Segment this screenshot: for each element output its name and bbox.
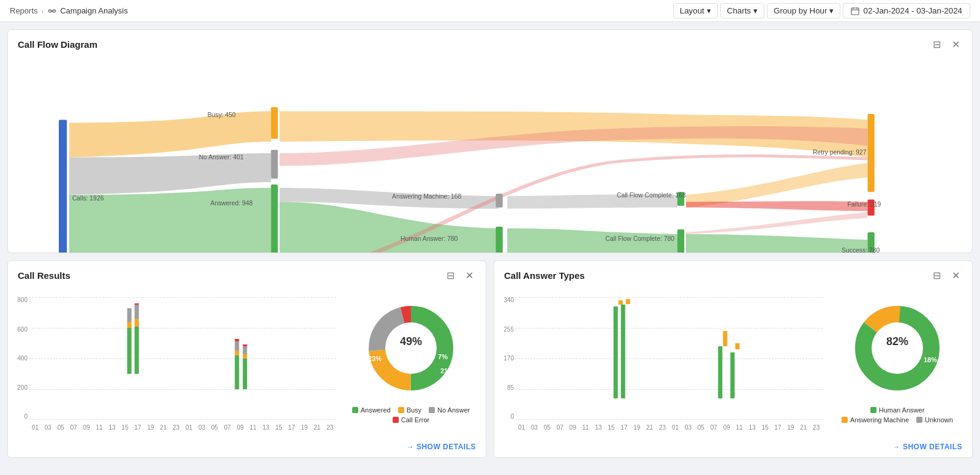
legend-dot-noanswer: [429, 407, 435, 413]
bar-busy-d1-17: [135, 319, 139, 327]
legend-noanswer: No Answer: [429, 406, 470, 414]
expand-button[interactable]: ⊟: [930, 37, 943, 51]
expand-call-answer-types[interactable]: ⊟: [930, 268, 943, 283]
call-results-donut-svg: 49%: [365, 302, 457, 394]
call-results-show-details-link[interactable]: → SHOW DETAILS: [407, 443, 476, 451]
legend-answered: Answered: [352, 406, 391, 414]
close-call-results[interactable]: ✕: [463, 268, 476, 283]
campaign-title: Campaign Analysis: [47, 6, 128, 16]
cat-bar-machine-d1-15: [619, 300, 623, 305]
legend-callerror: Call Error: [393, 416, 429, 424]
bar-noanswer-d1-15: [127, 308, 132, 322]
cat-bar-human-d1-17: [621, 305, 625, 398]
pct-callerror: 7%: [438, 353, 448, 360]
cat-bars-svg: [515, 297, 823, 420]
cat-bar-human-d2-11: [730, 352, 734, 398]
call-answer-types-title: Call Answer Types: [504, 270, 585, 281]
bar-busy-d1-15: [127, 322, 132, 328]
legend-dot-unknown: [916, 417, 922, 423]
node-human-answer: [496, 227, 502, 253]
call-flow-title: Call Flow Diagram: [18, 39, 97, 50]
label-calls: Calls: 1926: [72, 195, 104, 202]
bar-answered-d2-11: [243, 359, 247, 389]
expand-call-results[interactable]: ⊟: [444, 268, 457, 283]
reports-link[interactable]: Reports: [10, 6, 38, 15]
node-noanswer: [271, 150, 277, 178]
x-labels-call-results: 01 03 05 07 09 11 13 15 17 19 21 23 01 0…: [29, 421, 336, 433]
node-answering-machine: [496, 194, 502, 208]
pct-noanswer: 21%: [440, 367, 454, 374]
call-flow-card: Call Flow Diagram ⊟ ✕: [7, 29, 973, 253]
breadcrumb-chevron: ›: [42, 7, 44, 15]
top-navigation: Reports › Campaign Analysis Layout ▾ Cha…: [0, 0, 980, 22]
label-retry-pending: Retry pending: 927: [813, 149, 867, 156]
bar-noanswer-d1-17: [135, 305, 139, 319]
cat-bar-human-d1-15: [614, 306, 618, 398]
cat-legend: Human Answer Answering Machine Unknown: [835, 406, 960, 424]
cat-bar-machine-d2-11: [735, 343, 739, 349]
layout-button[interactable]: Layout ▾: [673, 3, 718, 18]
pct-busy: 23%: [368, 355, 382, 362]
call-answer-types-bar-area: 340 255 170 85 0: [494, 292, 825, 433]
call-results-y-labels: 800 600 400 200 0: [8, 297, 28, 420]
bar-busy-d2-11: [243, 354, 247, 359]
bar-callerror-d1-17: [135, 303, 139, 305]
group-by-button[interactable]: Group by Hour ▾: [767, 3, 840, 18]
label-cfc2: Call Flow Complete: 780: [605, 235, 674, 242]
label-failure: Failure: 219: [848, 201, 881, 208]
bar-busy-d2-09: [235, 351, 239, 355]
node-cfc2: [677, 229, 684, 253]
label-cfc1: Call Flow Complete: 168: [617, 192, 686, 199]
pct-answered: 49%: [399, 325, 412, 333]
legend-dot-answered: [352, 407, 358, 413]
campaign-icon: [47, 6, 57, 16]
call-answer-types-y-labels: 340 255 170 85 0: [494, 297, 514, 420]
label-answered: Answered: 948: [211, 200, 253, 207]
cat-donut-center: [872, 322, 923, 374]
call-results-show-details: → SHOW DETAILS: [8, 438, 486, 457]
breadcrumb: Reports › Campaign Analysis: [10, 6, 128, 16]
cat-show-details-link[interactable]: → SHOW DETAILS: [893, 443, 962, 451]
cat-donut-svg: 82%: [851, 302, 943, 394]
sankey-svg: Calls: 1926 Busy: 450 No Answer: 401 Ans…: [8, 56, 972, 253]
bottom-row: Call Results ⊟ ✕ 800 600 400 200 0: [7, 260, 973, 458]
call-flow-actions: ⊟ ✕: [930, 37, 962, 51]
call-results-actions: ⊟ ✕: [444, 268, 476, 283]
label-success: Success: 780: [842, 247, 880, 253]
call-results-donut: 49% 49% 23% 21% 7% Answered: [344, 292, 478, 433]
legend-unknown: Unknown: [916, 416, 953, 424]
node-busy: [271, 107, 277, 139]
nav-controls: Layout ▾ Charts ▾ Group by Hour ▾ 02-Jan…: [673, 3, 970, 18]
call-answer-types-chart-inner: 340 255 170 85 0: [494, 287, 972, 438]
close-call-answer-types[interactable]: ✕: [949, 268, 962, 283]
date-range-button[interactable]: 02-Jan-2024 - 03-Jan-2024: [843, 3, 970, 18]
cat-pct-machine: 18%: [924, 356, 937, 363]
cat-bar-human-d2-09: [718, 346, 722, 398]
legend-dot-busy: [398, 407, 404, 413]
call-flow-header: Call Flow Diagram ⊟ ✕: [8, 30, 972, 56]
legend-human-answer: Human Answer: [870, 406, 925, 414]
node-retry-pending: [867, 114, 874, 192]
bar-callerror-d2-09: [235, 339, 239, 341]
sankey-diagram: Calls: 1926 Busy: 450 No Answer: 401 Ans…: [8, 56, 972, 253]
cat-bar-machine-d1-17: [626, 299, 630, 304]
call-results-header: Call Results ⊟ ✕: [8, 261, 486, 287]
legend-dot-machine: [842, 417, 848, 423]
label-busy: Busy: 450: [208, 112, 236, 118]
call-results-chart-inner: 800 600 400 200 0: [8, 287, 486, 438]
call-results-title: Call Results: [18, 270, 70, 281]
legend-busy: Busy: [398, 406, 421, 414]
call-answer-types-card: Call Answer Types ⊟ ✕ 340 255 170 85 0: [494, 260, 973, 458]
cat-bar-machine-d2-09: [723, 331, 727, 346]
donut-pct-label: 49%: [400, 335, 422, 348]
close-button[interactable]: ✕: [949, 37, 962, 51]
calendar-icon: [851, 7, 859, 15]
bar-callerror-d2-11: [243, 344, 247, 346]
label-human-answer: Human Answer: 780: [401, 235, 458, 242]
node-answered: [271, 184, 277, 253]
legend-dot-callerror: [393, 417, 399, 423]
bars-svg: [29, 297, 336, 420]
charts-button[interactable]: Charts ▾: [720, 3, 764, 18]
bar-answered-d2-09: [235, 355, 239, 389]
cat-pct-human: 82%: [882, 332, 895, 339]
